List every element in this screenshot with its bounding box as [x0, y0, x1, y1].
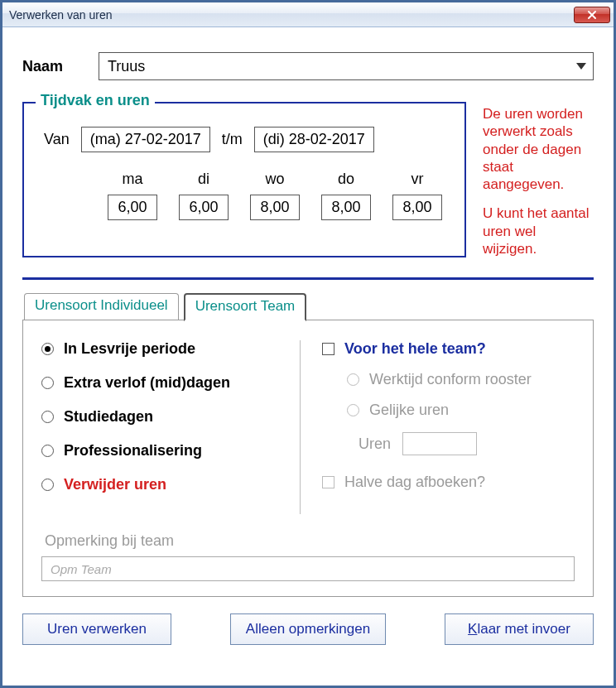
tab-individueel[interactable]: Urensoort Individueel: [24, 293, 179, 320]
radio-studiedagen[interactable]: Studiedagen: [41, 408, 290, 426]
hours-wo-input[interactable]: 8,00: [250, 195, 300, 220]
radio-icon: [41, 411, 54, 423]
naam-value: Truus: [108, 58, 145, 75]
radio-professionalisering[interactable]: Professionalisering: [41, 442, 290, 459]
top-area: Tijdvak en uren Van (ma) 27-02-2017 t/m …: [22, 102, 594, 257]
hours-do-input[interactable]: 8,00: [321, 195, 371, 220]
checkbox-halve-dag: Halve dag afboeken?: [322, 474, 575, 491]
info-text: De uren worden verwerkt zoals onder de d…: [483, 102, 594, 257]
radio-icon: [41, 479, 54, 491]
checkbox-icon: [322, 343, 334, 355]
uren-verwerken-button[interactable]: Uren verwerken: [22, 613, 171, 645]
hours-di-input[interactable]: 6,00: [179, 195, 229, 220]
urensoort-radios: In Lesvrije periode Extra verlof (mid)da…: [41, 340, 290, 514]
alleen-opmerkingen-button[interactable]: Alleen opmerkingen: [230, 613, 386, 645]
close-button[interactable]: [574, 7, 610, 23]
day-header-di: di: [171, 171, 236, 188]
checkbox-label: Voor het hele team?: [344, 340, 486, 358]
vertical-divider: [300, 340, 301, 514]
klaar-met-invoer-button[interactable]: Klaar met invoer: [445, 613, 594, 645]
dropdown-caret-icon: [576, 63, 586, 70]
legend-tijdvak: Tijdvak en uren: [36, 92, 155, 109]
hours-vr-input[interactable]: 8,00: [392, 195, 442, 220]
comment-input[interactable]: Opm Team: [41, 556, 575, 581]
radio-label: Extra verlof (mid)dagen: [64, 374, 230, 392]
window-title: Verwerken van uren: [9, 8, 113, 22]
checkbox-label: Halve dag afboeken?: [344, 474, 485, 491]
radio-icon: [347, 373, 359, 386]
uren-row: Uren: [359, 432, 575, 455]
day-header-wo: wo: [243, 171, 307, 188]
label-naam: Naam: [22, 58, 72, 75]
radio-verwijder-uren[interactable]: Verwijder uren: [41, 476, 290, 493]
row-naam: Naam Truus: [22, 52, 594, 80]
date-from-input[interactable]: (ma) 27-02-2017: [81, 127, 210, 152]
day-header-do: do: [314, 171, 378, 188]
radio-label: Professionalisering: [64, 442, 202, 459]
naam-select[interactable]: Truus: [99, 52, 594, 80]
comment-label: Opmerking bij team: [45, 532, 575, 550]
radio-extra-verlof[interactable]: Extra verlof (mid)dagen: [41, 374, 290, 392]
radio-label: In Lesvrije periode: [64, 340, 195, 358]
hours-ma-input[interactable]: 6,00: [108, 195, 157, 220]
tabstrip: Urensoort Individueel Urensoort Team: [24, 293, 594, 320]
label-tm: t/m: [222, 131, 243, 148]
client-area: Naam Truus Tijdvak en uren Van (ma) 27-0…: [2, 27, 614, 660]
radio-icon: [41, 343, 54, 355]
uren-label: Uren: [359, 435, 391, 453]
radio-label: Verwijder uren: [64, 476, 166, 493]
mnemonic-k: K: [468, 621, 477, 637]
team-options: Voor het hele team? Werktijd conform roo…: [322, 340, 575, 514]
radio-icon: [41, 377, 54, 389]
day-header-ma: ma: [100, 171, 165, 188]
klaar-rest: laar met invoer: [477, 621, 570, 637]
info-line2: U kunt het aantal uren wel wijzigen.: [483, 204, 594, 257]
panel-columns: In Lesvrije periode Extra verlof (mid)da…: [41, 340, 575, 514]
days-header-row: ma di wo do vr 6,00 6,00 8,00 8,00 8,00: [44, 171, 450, 220]
checkbox-icon: [322, 476, 334, 488]
radio-label: Werktijd conform rooster: [369, 371, 532, 388]
label-van: Van: [44, 131, 70, 148]
fieldset-tijdvak: Tijdvak en uren Van (ma) 27-02-2017 t/m …: [22, 102, 466, 257]
tab-panel-team: In Lesvrije periode Extra verlof (mid)da…: [22, 320, 594, 597]
radio-gelijke-uren: Gelijke uren: [347, 402, 575, 419]
radio-lesvrije-periode[interactable]: In Lesvrije periode: [41, 340, 290, 358]
dialog-verwerken-uren: Verwerken van uren Naam Truus Tijdvak en…: [0, 0, 616, 688]
tab-team[interactable]: Urensoort Team: [184, 293, 307, 321]
radio-label: Gelijke uren: [369, 402, 449, 419]
radio-conform-rooster: Werktijd conform rooster: [347, 371, 575, 388]
comment-placeholder: Opm Team: [51, 562, 112, 576]
uren-input: [402, 432, 477, 455]
date-range-row: Van (ma) 27-02-2017 t/m (di) 28-02-2017: [44, 127, 450, 152]
bottom-buttons: Uren verwerken Alleen opmerkingen Klaar …: [22, 613, 594, 645]
info-line1: De uren worden verwerkt zoals onder de d…: [483, 105, 594, 193]
radio-icon: [347, 404, 359, 416]
titlebar: Verwerken van uren: [2, 2, 614, 27]
close-icon: [587, 10, 597, 20]
checkbox-whole-team[interactable]: Voor het hele team?: [322, 340, 575, 358]
radio-label: Studiedagen: [64, 408, 153, 426]
day-header-vr: vr: [385, 171, 450, 188]
date-to-input[interactable]: (di) 28-02-2017: [254, 127, 374, 152]
separator: [22, 277, 594, 280]
radio-icon: [41, 445, 54, 457]
